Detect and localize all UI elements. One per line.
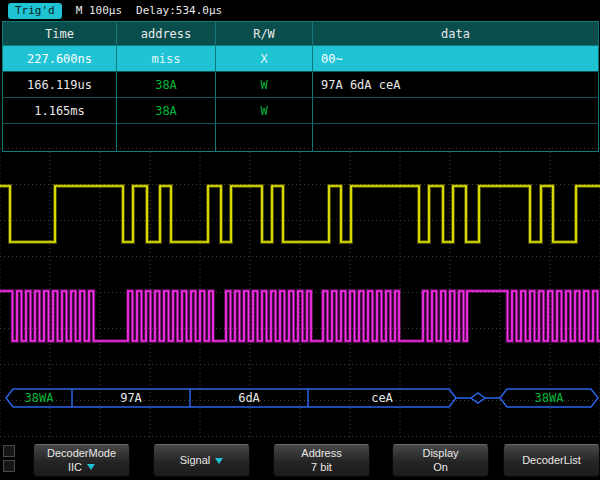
column-header-time: Time — [3, 22, 117, 46]
button-value: IIC — [68, 461, 82, 475]
menu-button-address-width[interactable]: Address 7 bit — [273, 444, 370, 477]
button-label: Signal — [180, 454, 211, 468]
cell-address: miss — [117, 46, 216, 72]
page-indicator-icon — [3, 445, 15, 457]
table-row[interactable]: 1.165ms 38A W — [3, 98, 599, 124]
cell-time: 1.165ms — [3, 98, 117, 124]
waveform-display: 38WA97A6dAceA38WA — [0, 148, 600, 437]
menu-button-display[interactable]: Display On — [392, 444, 489, 477]
cell-data: 97A 6dA ceA — [313, 72, 599, 98]
button-value: On — [433, 461, 448, 475]
svg-text:6dA: 6dA — [238, 391, 260, 405]
button-label: DecoderList — [522, 454, 581, 468]
page-indicator-icon — [3, 460, 15, 472]
cell-time: 166.119us — [3, 72, 117, 98]
column-header-data: data — [313, 22, 599, 46]
cell-rw: W — [216, 72, 313, 98]
column-header-rw: R/W — [216, 22, 313, 46]
menu-button-signal[interactable]: Signal — [153, 444, 250, 477]
timebase-readout: M 100μs — [76, 4, 122, 17]
cell-data — [313, 98, 599, 124]
button-label: DecoderMode — [47, 447, 116, 461]
cell-data: 00~ — [313, 46, 599, 72]
cell-address: 38A — [117, 98, 216, 124]
menu-button-decoder-mode[interactable]: DecoderMode IIC — [33, 444, 130, 477]
trigger-status-badge[interactable]: Trig'd — [8, 3, 62, 19]
table-header-row: Time address R/W data — [3, 22, 599, 46]
table-row-selected[interactable]: 227.600ns miss X 00~ — [3, 46, 599, 72]
menu-button-decoder-list[interactable]: DecoderList — [503, 444, 600, 477]
svg-text:38WA: 38WA — [25, 391, 55, 405]
svg-text:97A: 97A — [120, 391, 142, 405]
oscilloscope-screen: Trig'd M 100μs Delay:534.0μs Time addres… — [0, 0, 600, 480]
softkey-menu-bar: DecoderMode IIC Signal Address 7 bit Dis… — [0, 438, 600, 480]
table-row[interactable]: 166.119us 38A W 97A 6dA ceA — [3, 72, 599, 98]
chevron-down-icon — [215, 458, 223, 464]
status-bar: Trig'd M 100μs Delay:534.0μs — [0, 0, 600, 21]
cell-rw: W — [216, 98, 313, 124]
cell-address: 38A — [117, 72, 216, 98]
cell-time: 227.600ns — [3, 46, 117, 72]
svg-text:38WA: 38WA — [535, 391, 565, 405]
chevron-down-icon — [87, 464, 95, 470]
column-header-address: address — [117, 22, 216, 46]
cell-rw: X — [216, 46, 313, 72]
button-value: 7 bit — [311, 461, 332, 475]
button-label: Display — [422, 447, 458, 461]
button-label: Address — [301, 447, 341, 461]
svg-text:ceA: ceA — [371, 391, 393, 405]
decoder-event-table: Time address R/W data 227.600ns miss X 0… — [2, 21, 599, 152]
delay-readout: Delay:534.0μs — [136, 4, 222, 17]
